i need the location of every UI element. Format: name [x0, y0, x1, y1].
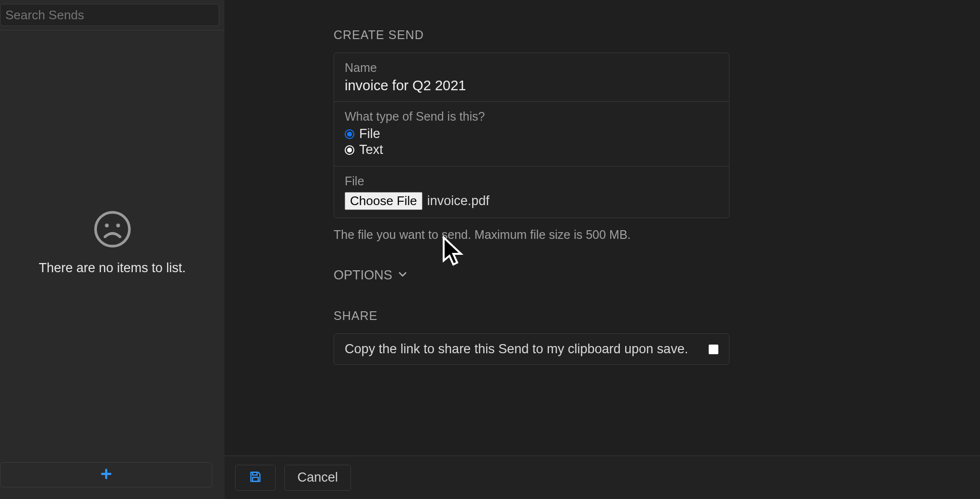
- main-pane: CREATE SEND Name What type of Send is th…: [224, 0, 980, 499]
- save-icon: [249, 470, 262, 485]
- search-container: [0, 4, 219, 26]
- radio-file-icon: [345, 129, 354, 139]
- cancel-label: Cancel: [297, 470, 338, 485]
- file-field: File Choose File invoice.pdf: [334, 166, 729, 218]
- radio-text-icon: [345, 145, 354, 155]
- svg-point-2: [116, 223, 120, 227]
- svg-rect-3: [252, 472, 257, 475]
- name-field: Name: [334, 53, 729, 102]
- share-title: SHARE: [334, 309, 729, 323]
- share-copy-checkbox[interactable]: [709, 345, 718, 354]
- footer-bar: Cancel: [224, 456, 980, 499]
- radio-file-label: File: [359, 126, 380, 141]
- chevron-down-icon: [397, 268, 408, 283]
- svg-point-0: [95, 212, 129, 246]
- radio-text-label: Text: [359, 142, 383, 157]
- empty-state: There are no items to list.: [0, 30, 224, 456]
- file-label: File: [345, 174, 718, 188]
- sidebar: There are no items to list.: [0, 0, 224, 499]
- create-send-form: CREATE SEND Name What type of Send is th…: [334, 28, 729, 365]
- svg-point-1: [105, 223, 109, 227]
- svg-rect-4: [252, 477, 258, 481]
- share-copy-label: Copy the link to share this Send to my c…: [345, 342, 688, 357]
- form-title: CREATE SEND: [334, 28, 729, 42]
- name-label: Name: [345, 61, 718, 75]
- cancel-button[interactable]: Cancel: [284, 465, 351, 491]
- frown-icon: [94, 210, 131, 250]
- save-button[interactable]: [235, 465, 276, 491]
- empty-message: There are no items to list.: [39, 261, 186, 276]
- form-card: Name What type of Send is this? File Tex…: [334, 53, 729, 218]
- radio-text[interactable]: Text: [345, 142, 718, 157]
- options-toggle[interactable]: OPTIONS: [334, 268, 729, 283]
- name-input[interactable]: [345, 78, 718, 94]
- options-label: OPTIONS: [334, 268, 392, 283]
- plus-icon: [100, 468, 112, 482]
- choose-file-button[interactable]: Choose File: [345, 192, 422, 210]
- filename: invoice.pdf: [427, 194, 490, 208]
- file-hint: The file you want to send. Maximum file …: [334, 228, 729, 242]
- type-field: What type of Send is this? File Text: [334, 102, 729, 166]
- type-label: What type of Send is this?: [345, 110, 718, 124]
- radio-file[interactable]: File: [345, 126, 718, 141]
- add-send-button[interactable]: [0, 462, 212, 487]
- share-copy-row[interactable]: Copy the link to share this Send to my c…: [334, 333, 729, 365]
- search-input[interactable]: [5, 8, 214, 23]
